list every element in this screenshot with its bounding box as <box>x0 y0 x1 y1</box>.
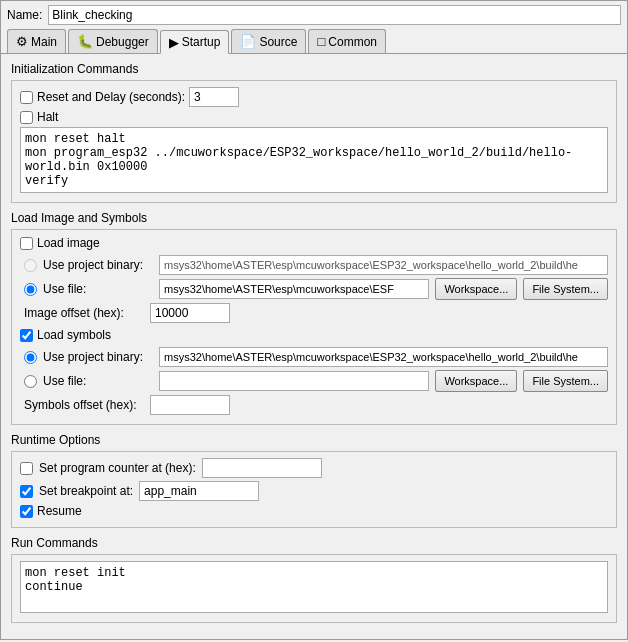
halt-checkbox[interactable] <box>20 111 33 124</box>
load-image-label: Load image <box>37 236 100 250</box>
image-offset-input[interactable] <box>150 303 230 323</box>
use-project-binary-input <box>159 255 608 275</box>
load-image-title: Load Image and Symbols <box>11 211 617 225</box>
resume-checkbox[interactable] <box>20 505 33 518</box>
tab-source[interactable]: 📄 Source <box>231 29 306 53</box>
tab-source-label: Source <box>259 35 297 49</box>
runtime-options-title: Runtime Options <box>11 433 617 447</box>
symbols-offset-input[interactable] <box>150 395 230 415</box>
common-icon: □ <box>317 34 325 49</box>
use-file2-input[interactable] <box>159 371 429 391</box>
set-breakpoint-input[interactable] <box>139 481 259 501</box>
halt-label: Halt <box>37 110 58 124</box>
set-breakpoint-label: Set breakpoint at: <box>39 484 133 498</box>
startup-icon: ▶ <box>169 35 179 50</box>
init-commands-title: Initialization Commands <box>11 62 617 76</box>
tab-main-label: Main <box>31 35 57 49</box>
set-pc-input[interactable] <box>202 458 322 478</box>
load-image-checkbox[interactable] <box>20 237 33 250</box>
set-pc-label: Set program counter at (hex): <box>39 461 196 475</box>
use-project-binary2-radio[interactable] <box>24 351 37 364</box>
tab-startup[interactable]: ▶ Startup <box>160 30 230 54</box>
use-file2-radio[interactable] <box>24 375 37 388</box>
init-commands-group: Reset and Delay (seconds): Halt <box>11 80 617 203</box>
run-commands-title: Run Commands <box>11 536 617 550</box>
resume-label: Resume <box>37 504 82 518</box>
use-file2-label: Use file: <box>43 374 153 388</box>
reset-delay-input[interactable] <box>189 87 239 107</box>
symbols-filesystem-button[interactable]: File System... <box>523 370 608 392</box>
run-commands-textarea[interactable] <box>20 561 608 613</box>
main-icon: ⚙ <box>16 34 28 49</box>
reset-delay-checkbox[interactable] <box>20 91 33 104</box>
tab-common[interactable]: □ Common <box>308 29 386 53</box>
debugger-icon: 🐛 <box>77 34 93 49</box>
use-file-input[interactable] <box>159 279 429 299</box>
use-file-label: Use file: <box>43 282 153 296</box>
load-image-group: Load image Use project binary: Use file:… <box>11 229 617 425</box>
load-symbols-checkbox[interactable] <box>20 329 33 342</box>
image-filesystem-button[interactable]: File System... <box>523 278 608 300</box>
use-project-binary2-label: Use project binary: <box>43 350 153 364</box>
use-project-binary-radio[interactable] <box>24 259 37 272</box>
run-commands-group <box>11 554 617 623</box>
tab-bar: ⚙ Main 🐛 Debugger ▶ Startup 📄 Source □ C… <box>1 29 627 54</box>
tab-debugger-label: Debugger <box>96 35 149 49</box>
image-workspace-button[interactable]: Workspace... <box>435 278 517 300</box>
load-symbols-label: Load symbols <box>37 328 111 342</box>
tab-debugger[interactable]: 🐛 Debugger <box>68 29 158 53</box>
tab-main[interactable]: ⚙ Main <box>7 29 66 53</box>
image-offset-label: Image offset (hex): <box>24 306 144 320</box>
use-file-radio[interactable] <box>24 283 37 296</box>
name-input[interactable] <box>48 5 621 25</box>
use-project-binary2-input <box>159 347 608 367</box>
set-pc-checkbox[interactable] <box>20 462 33 475</box>
set-breakpoint-checkbox[interactable] <box>20 485 33 498</box>
tab-common-label: Common <box>328 35 377 49</box>
use-project-binary-label: Use project binary: <box>43 258 153 272</box>
symbols-offset-label: Symbols offset (hex): <box>24 398 144 412</box>
reset-delay-label: Reset and Delay (seconds): <box>37 90 185 104</box>
name-label: Name: <box>7 8 42 22</box>
runtime-options-group: Set program counter at (hex): Set breakp… <box>11 451 617 528</box>
tab-startup-label: Startup <box>182 35 221 49</box>
init-commands-textarea[interactable] <box>20 127 608 193</box>
source-icon: 📄 <box>240 34 256 49</box>
symbols-workspace-button[interactable]: Workspace... <box>435 370 517 392</box>
